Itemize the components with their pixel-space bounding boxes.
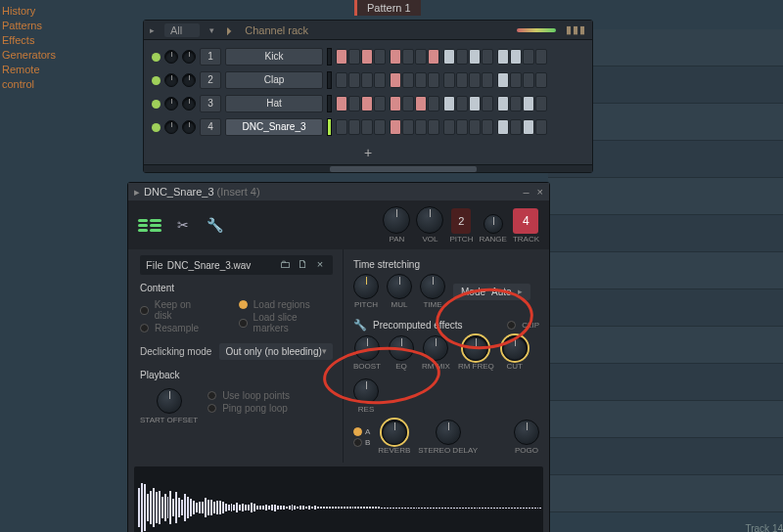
- scissors-icon[interactable]: ✂: [177, 217, 193, 233]
- step-cell[interactable]: [523, 72, 534, 88]
- step-cell[interactable]: [482, 96, 493, 111]
- step-cell[interactable]: [523, 49, 534, 65]
- step-cell[interactable]: [469, 72, 481, 88]
- channel-number[interactable]: 2: [200, 71, 221, 89]
- reverb-ab[interactable]: A B: [353, 427, 370, 447]
- step-sequencer[interactable]: [336, 119, 551, 135]
- step-cell[interactable]: [348, 49, 360, 65]
- step-sequencer[interactable]: [336, 49, 551, 65]
- channel-vol-knob[interactable]: [182, 97, 196, 111]
- step-cell[interactable]: [415, 49, 427, 65]
- ts-time-knob[interactable]: [420, 274, 445, 299]
- step-cell[interactable]: [390, 119, 401, 135]
- step-cell[interactable]: [497, 49, 509, 65]
- step-cell[interactable]: [523, 96, 534, 111]
- step-cell[interactable]: [510, 72, 522, 88]
- pan-knob[interactable]: [383, 206, 410, 234]
- step-cell[interactable]: [510, 49, 522, 65]
- opt-load-regions[interactable]: Load regions: [239, 299, 333, 310]
- wrench-icon[interactable]: 🔧: [207, 217, 222, 233]
- sample-tab-icon[interactable]: [138, 216, 163, 234]
- channel-vol-knob[interactable]: [182, 50, 196, 64]
- step-cell[interactable]: [428, 96, 439, 111]
- step-cell[interactable]: [535, 49, 547, 65]
- channel-name-button[interactable]: Kick: [225, 48, 323, 66]
- vol-knob[interactable]: [416, 206, 443, 234]
- waveform-display[interactable]: 32: [134, 466, 543, 532]
- nav-generators[interactable]: Generators: [2, 48, 59, 63]
- step-cell[interactable]: [443, 72, 455, 88]
- sampler-titlebar[interactable]: ▸ DNC_Snare_3 (Insert 4) – ×: [128, 183, 549, 200]
- ts-mode-combo[interactable]: ModeAuto▸: [453, 284, 530, 300]
- stereo-delay-knob[interactable]: [436, 420, 461, 445]
- step-cell[interactable]: [523, 119, 534, 135]
- step-cell[interactable]: [336, 72, 347, 88]
- step-cell[interactable]: [428, 72, 439, 88]
- channel-number[interactable]: 4: [200, 118, 221, 136]
- eq-knob[interactable]: [389, 335, 414, 361]
- folder-icon[interactable]: 🗀: [278, 258, 292, 272]
- wrench-icon-2[interactable]: 🔧: [353, 319, 367, 332]
- step-cell[interactable]: [535, 72, 547, 88]
- opt-load-slices[interactable]: Load slice markers: [239, 312, 333, 333]
- step-cell[interactable]: [336, 119, 347, 135]
- file-icon[interactable]: 🗋: [296, 258, 309, 272]
- add-channel-button[interactable]: +: [144, 144, 592, 164]
- nav-remote[interactable]: Remote control: [2, 63, 59, 92]
- step-cell[interactable]: [348, 119, 360, 135]
- step-cell[interactable]: [535, 96, 547, 111]
- play-icon[interactable]: ⏵: [224, 24, 235, 36]
- ts-pitch-knob[interactable]: [353, 274, 379, 299]
- step-cell[interactable]: [428, 49, 439, 65]
- sampler-menu-icon[interactable]: ▸: [134, 186, 140, 199]
- step-cell[interactable]: [497, 119, 509, 135]
- step-cell[interactable]: [482, 119, 493, 135]
- step-cell[interactable]: [402, 96, 414, 111]
- channel-name-button[interactable]: Clap: [225, 71, 323, 89]
- step-cell[interactable]: [415, 72, 427, 88]
- channel-enable-led[interactable]: [152, 76, 161, 85]
- step-cell[interactable]: [336, 96, 347, 111]
- pogo-knob[interactable]: [514, 420, 539, 445]
- step-cell[interactable]: [443, 49, 455, 65]
- channel-enable-led[interactable]: [152, 123, 161, 132]
- opt-keep-on-disk[interactable]: Keep on disk: [140, 299, 209, 321]
- step-cell[interactable]: [482, 49, 493, 65]
- step-cell[interactable]: [510, 96, 522, 111]
- step-cell[interactable]: [456, 72, 468, 88]
- step-cell[interactable]: [361, 96, 373, 111]
- declick-combo[interactable]: Out only (no bleeding)▾: [219, 343, 333, 360]
- nav-history[interactable]: History: [2, 4, 59, 19]
- step-cell[interactable]: [456, 119, 468, 135]
- step-sequencer[interactable]: [336, 72, 551, 88]
- step-cell[interactable]: [402, 72, 414, 88]
- step-cell[interactable]: [402, 49, 414, 65]
- step-cell[interactable]: [456, 96, 468, 111]
- pattern-tab[interactable]: Pattern 1: [354, 0, 421, 16]
- range-knob[interactable]: [484, 214, 503, 234]
- step-cell[interactable]: [415, 119, 427, 135]
- step-cell[interactable]: [469, 96, 481, 111]
- channel-number[interactable]: 3: [200, 95, 221, 112]
- step-cell[interactable]: [497, 72, 509, 88]
- cut-knob[interactable]: [502, 335, 528, 361]
- step-cell[interactable]: [428, 119, 439, 135]
- boost-knob[interactable]: [354, 335, 380, 361]
- step-cell[interactable]: [348, 72, 360, 88]
- minimize-icon[interactable]: –: [523, 186, 529, 198]
- step-cell[interactable]: [497, 96, 509, 111]
- step-cell[interactable]: [361, 119, 373, 135]
- nav-effects[interactable]: Effects: [2, 33, 59, 48]
- step-cell[interactable]: [390, 96, 401, 111]
- step-cell[interactable]: [415, 96, 427, 111]
- step-cell[interactable]: [361, 72, 373, 88]
- channel-vol-knob[interactable]: [182, 73, 196, 87]
- step-cell[interactable]: [402, 119, 414, 135]
- step-cell[interactable]: [374, 96, 386, 111]
- opt-ping-pong[interactable]: Ping pong loop: [207, 403, 290, 414]
- channel-enable-led[interactable]: [152, 53, 161, 62]
- step-cell[interactable]: [390, 72, 401, 88]
- step-cell[interactable]: [336, 49, 347, 65]
- ts-mul-knob[interactable]: [387, 274, 412, 299]
- file-name[interactable]: DNC_Snare_3.wav: [167, 260, 274, 271]
